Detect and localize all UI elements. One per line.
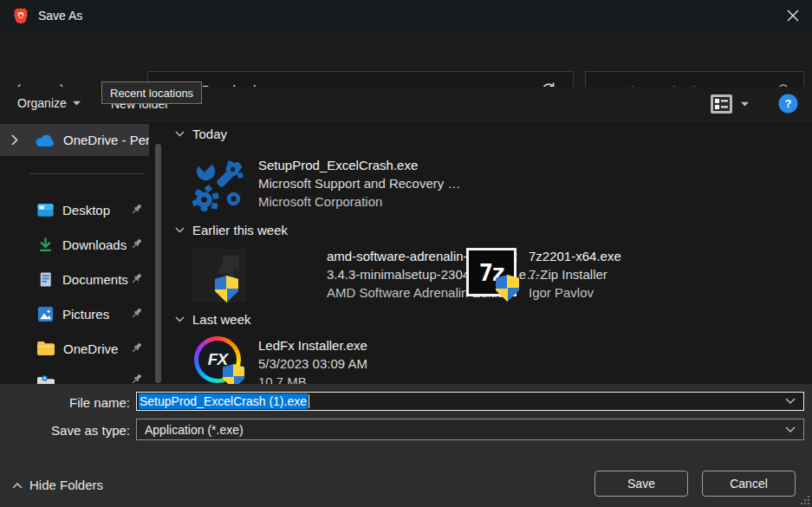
- pin-icon[interactable]: [130, 237, 143, 250]
- close-icon: [787, 10, 799, 22]
- linked-folder-icon: [36, 375, 55, 384]
- sidebar-item-label: OneDrive - Perso: [63, 133, 149, 147]
- file-item-setupprod[interactable]: SetupProd_ExcelCrash.exe Microsoft Suppo…: [192, 156, 460, 211]
- sidebar-item-label: Downloads: [62, 237, 127, 252]
- file-list: Today: [169, 121, 812, 384]
- file-item-text: SetupProd_ExcelCrash.exe Microsoft Suppo…: [258, 156, 460, 211]
- uac-shield-icon: [496, 275, 519, 302]
- sidebar-item-label: OneDrive: [63, 341, 118, 356]
- group-label: Last week: [192, 312, 251, 327]
- group-header-earlier-this-week[interactable]: Earlier this week: [175, 223, 288, 237]
- help-icon: ?: [778, 94, 798, 114]
- group-label: Earlier this week: [192, 223, 288, 237]
- caret-down-icon: [741, 101, 749, 107]
- documents-icon: [36, 270, 55, 289]
- support-tool-icon: [192, 158, 246, 211]
- file-item-text: LedFx Installer.exe 5/3/2023 03:09 AM 10…: [258, 336, 367, 384]
- sidebar-item-onedrive-folder[interactable]: OneDrive: [0, 333, 154, 364]
- sidebar-item-desktop[interactable]: Desktop: [0, 194, 154, 225]
- save-as-dialog: Save As: [0, 0, 812, 507]
- save-as-type-select[interactable]: Application (*.exe): [136, 419, 804, 440]
- details-view-icon: [711, 94, 732, 114]
- sidebar-item-downloads[interactable]: Downloads: [0, 229, 154, 260]
- hide-folders-label: Hide Folders: [29, 478, 103, 492]
- sidebar-item-label: Pictures: [62, 307, 109, 322]
- sidebar-item-partial[interactable]: [0, 367, 154, 384]
- pictures-icon: [36, 305, 55, 323]
- sidebar-scrollbar[interactable]: [155, 144, 161, 383]
- sidebar-item-onedrive-personal[interactable]: OneDrive - Perso: [0, 124, 149, 156]
- pin-icon[interactable]: [130, 341, 143, 354]
- hide-folders-button[interactable]: Hide Folders: [12, 478, 103, 492]
- file-item-ledfx[interactable]: FX LedFx Installer.exe 5/3/2023 03:09 AM…: [194, 336, 367, 384]
- file-item-text: 7z2201-x64.exe 7-Zip Installer Igor Pavl…: [529, 247, 621, 302]
- sidebar-item-documents[interactable]: Documents: [0, 263, 154, 295]
- file-publisher: Microsoft Corporation: [258, 192, 460, 211]
- main-area: OneDrive - Perso Desktop Downloads: [0, 121, 812, 384]
- tooltip: Recent locations: [101, 81, 202, 104]
- group-header-today[interactable]: Today: [175, 127, 227, 141]
- caret-down-icon: [73, 101, 81, 106]
- downloads-icon: [36, 236, 55, 254]
- file-item-7zip[interactable]: 7z 7z2201-x64.exe 7-Zip Installer Igor P…: [466, 247, 621, 302]
- text-caret: [309, 394, 309, 408]
- amd-logo: [217, 256, 239, 278]
- save-as-type-value: Application (*.exe): [145, 423, 244, 437]
- resize-grip[interactable]: [800, 495, 810, 505]
- chevron-down-icon: [175, 316, 185, 322]
- chevron-down-icon: [175, 131, 185, 137]
- chevron-up-icon: [12, 482, 23, 489]
- bottom-panel: File name: SetupProd_ExcelCrash (1).exe …: [0, 384, 812, 507]
- file-publisher: Igor Pavlov: [529, 283, 621, 302]
- sidebar-item-pictures[interactable]: Pictures: [0, 298, 154, 329]
- file-name-value: SetupProd_ExcelCrash (1).exe: [139, 393, 308, 409]
- chevron-down-icon[interactable]: [785, 398, 796, 405]
- cancel-button[interactable]: Cancel: [702, 471, 796, 497]
- sidebar-item-label: Documents: [62, 272, 128, 287]
- folder-icon: [36, 341, 55, 356]
- onedrive-cloud-icon: [35, 133, 55, 147]
- file-name-label: File name:: [26, 395, 130, 410]
- window-title: Save As: [38, 9, 82, 23]
- file-name-input[interactable]: SetupProd_ExcelCrash (1).exe: [136, 392, 804, 411]
- group-header-last-week[interactable]: Last week: [175, 312, 251, 327]
- close-button[interactable]: [779, 3, 807, 28]
- file-name: LedFx Installer.exe: [258, 336, 367, 354]
- file-date: 5/3/2023 03:09 AM: [258, 354, 367, 373]
- file-name: 7z2201-x64.exe: [529, 247, 621, 265]
- group-label: Today: [192, 127, 227, 141]
- chevron-down-icon: [175, 227, 185, 233]
- file-description: Microsoft Support and Recovery …: [258, 174, 460, 192]
- organize-label: Organize: [17, 96, 67, 110]
- navigation-bar: Downloads: [0, 31, 812, 87]
- file-description: 7-Zip Installer: [529, 265, 621, 283]
- pin-icon[interactable]: [130, 203, 143, 216]
- sidebar: OneDrive - Perso Desktop Downloads: [0, 121, 165, 384]
- sidebar-divider: [29, 173, 144, 174]
- chevron-down-icon[interactable]: [785, 426, 796, 433]
- save-as-type-label: Save as type:: [26, 423, 130, 438]
- file-size: 10.7 MB: [258, 373, 367, 384]
- change-view-button[interactable]: [711, 94, 732, 114]
- pin-icon[interactable]: [130, 307, 143, 320]
- save-button[interactable]: Save: [594, 471, 688, 497]
- svg-text:?: ?: [785, 97, 792, 110]
- organize-button[interactable]: Organize: [17, 96, 81, 110]
- pin-icon[interactable]: [130, 373, 143, 384]
- brave-icon: [12, 7, 29, 24]
- sidebar-item-label: Desktop: [62, 203, 110, 218]
- help-button[interactable]: ?: [778, 94, 798, 114]
- chevron-right-icon[interactable]: [11, 134, 18, 146]
- desktop-icon: [36, 201, 55, 219]
- pin-icon[interactable]: [130, 272, 143, 285]
- title-bar: Save As: [0, 0, 812, 31]
- file-name: SetupProd_ExcelCrash.exe: [258, 156, 460, 174]
- uac-shield-icon: [223, 364, 244, 384]
- view-dropdown-button[interactable]: [741, 101, 749, 107]
